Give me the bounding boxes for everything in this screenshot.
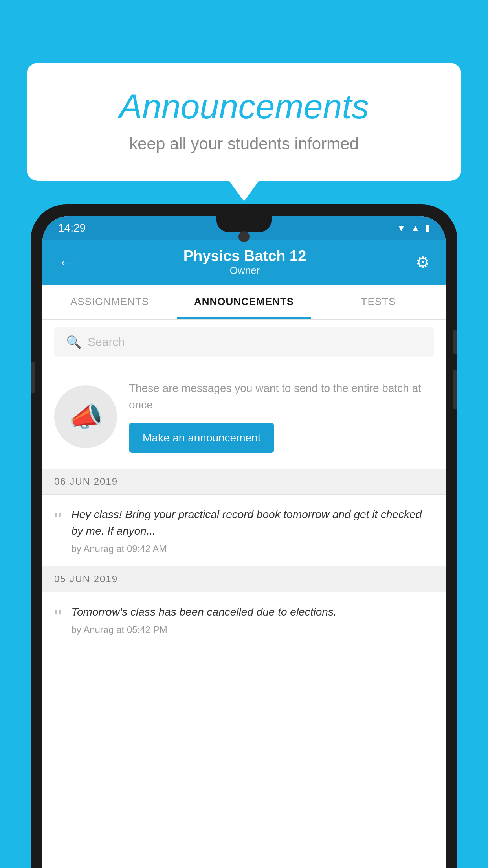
- signal-icon: ▲: [411, 223, 420, 234]
- search-bar[interactable]: 🔍 Search: [54, 327, 434, 357]
- status-icons: ▼ ▲ ▮: [396, 223, 430, 234]
- search-placeholder: Search: [88, 335, 125, 349]
- quote-icon-2: ": [54, 607, 61, 627]
- speech-bubble-title: Announcements: [46, 86, 442, 127]
- header-title: Physics Batch 12: [183, 248, 306, 265]
- header-center: Physics Batch 12 Owner: [183, 248, 306, 277]
- announcement-meta-2: by Anurag at 05:42 PM: [71, 624, 434, 635]
- volume-button: [31, 362, 35, 393]
- announcement-right: These are messages you want to send to t…: [129, 380, 434, 453]
- phone-frame: 14:29 ▼ ▲ ▮ ← Physics Batch 12 Owner ⚙ A…: [31, 204, 457, 868]
- battery-icon: ▮: [425, 223, 430, 234]
- phone-notch: [216, 216, 272, 232]
- speech-bubble-subtitle: keep all your students informed: [46, 134, 442, 153]
- quote-icon-1: ": [54, 509, 61, 530]
- phone-screen: 14:29 ▼ ▲ ▮ ← Physics Batch 12 Owner ⚙ A…: [42, 216, 446, 868]
- announcement-content-1: Hey class! Bring your practical record b…: [71, 506, 434, 554]
- speech-bubble-card: Announcements keep all your students inf…: [27, 63, 461, 181]
- header-subtitle: Owner: [183, 265, 306, 277]
- front-camera: [238, 231, 250, 242]
- announcement-text-2: Tomorrow's class has been cancelled due …: [71, 604, 434, 620]
- megaphone-circle: 📣: [54, 385, 117, 448]
- tab-assignments[interactable]: ASSIGNMENTS: [42, 285, 177, 319]
- announcement-item-2[interactable]: " Tomorrow's class has been cancelled du…: [42, 592, 446, 647]
- announcement-meta-1: by Anurag at 09:42 AM: [71, 543, 434, 554]
- announcement-content-2: Tomorrow's class has been cancelled due …: [71, 604, 434, 635]
- announcement-empty-state: 📣 These are messages you want to send to…: [42, 364, 446, 469]
- date-separator-1: 06 JUN 2019: [42, 469, 446, 495]
- date-separator-2: 05 JUN 2019: [42, 566, 446, 592]
- megaphone-icon: 📣: [69, 401, 103, 433]
- tab-tests[interactable]: TESTS: [311, 285, 446, 319]
- tab-announcements[interactable]: ANNOUNCEMENTS: [177, 285, 311, 319]
- settings-button[interactable]: ⚙: [416, 253, 430, 271]
- announcement-description: These are messages you want to send to t…: [129, 380, 434, 413]
- status-time: 14:29: [58, 222, 86, 234]
- power-button-lower: [453, 370, 457, 409]
- wifi-icon: ▼: [396, 223, 406, 234]
- search-container: 🔍 Search: [42, 320, 446, 364]
- tabs-container: ASSIGNMENTS ANNOUNCEMENTS TESTS: [42, 285, 446, 320]
- power-button: [453, 330, 457, 354]
- back-button[interactable]: ←: [58, 254, 74, 271]
- search-icon: 🔍: [66, 335, 82, 349]
- make-announcement-button[interactable]: Make an announcement: [129, 423, 274, 453]
- announcement-text-1: Hey class! Bring your practical record b…: [71, 506, 434, 539]
- app-header: ← Physics Batch 12 Owner ⚙: [42, 240, 446, 285]
- announcement-item-1[interactable]: " Hey class! Bring your practical record…: [42, 495, 446, 566]
